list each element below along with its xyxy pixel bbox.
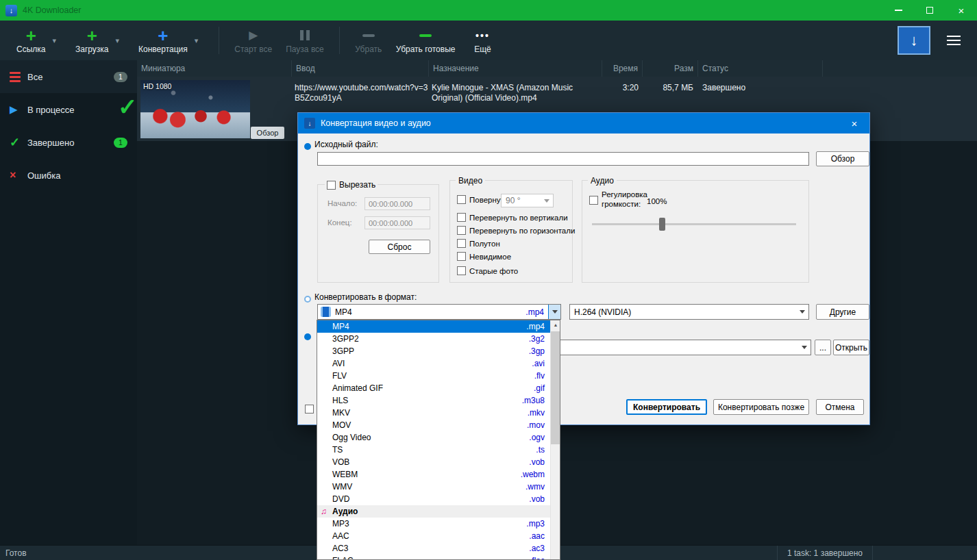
maximize-button[interactable] [914, 0, 945, 21]
dropdown-item-aac[interactable]: AAC.aac [317, 530, 550, 542]
sidebar-item-in-progress[interactable]: ▶ В процессе [0, 93, 137, 126]
browse-button[interactable]: Обзор [816, 151, 869, 166]
dropdown-item-ogg-video[interactable]: Ogg Video.ogv [317, 431, 550, 444]
others-button[interactable]: Другие [816, 304, 869, 320]
more-button[interactable]: ••• Ещё [462, 25, 503, 57]
halftone-checkbox[interactable] [457, 239, 466, 248]
dropdown-item-mkv[interactable]: MKV.mkv [317, 407, 550, 419]
video-thumbnail[interactable]: HD 1080 [140, 80, 250, 138]
start-all-button[interactable]: ▶ Старт все [227, 25, 279, 57]
dropdown-item-wmv[interactable]: WMV.wmv [317, 481, 550, 493]
browse-path-button[interactable]: ... [815, 340, 831, 355]
add-conversion-button[interactable]: + Конвертация [132, 25, 195, 57]
invisible-checkbox[interactable] [457, 252, 466, 261]
volume-slider-thumb[interactable] [659, 218, 665, 231]
completed-count-badge: 1 [114, 138, 127, 148]
start-time-field[interactable]: 00:00:00.000 [364, 197, 430, 210]
dropdown-item-flv[interactable]: FLV.flv [317, 370, 550, 382]
remove-completed-button[interactable]: Убрать готовые [389, 25, 462, 57]
ellipsis-icon: ••• [475, 27, 490, 44]
remove-button[interactable]: Убрать [348, 25, 389, 57]
column-header-size[interactable]: Разм [642, 60, 697, 77]
dropdown-item-dvd[interactable]: DVD.vob [317, 493, 550, 505]
menu-icon[interactable] [947, 36, 961, 45]
dropdown-item-mov[interactable]: MOV.mov [317, 419, 550, 431]
column-header-destination[interactable]: Назначение [428, 60, 602, 77]
duration-value: 3:20 [602, 83, 639, 93]
dialog-titlebar: ↓ Конвертация видео и аудио × [298, 113, 869, 133]
close-button[interactable]: × [945, 0, 977, 21]
chevron-down-icon[interactable]: ▾ [116, 36, 120, 45]
reset-button[interactable]: Сброс [369, 240, 430, 254]
dropdown-scrollbar[interactable]: ▲ [550, 320, 560, 559]
dropdown-item-mp3[interactable]: MP3.mp3 [317, 518, 550, 530]
source-file-input[interactable] [317, 152, 809, 166]
pause-all-button[interactable]: Пауза все [279, 25, 331, 57]
minimize-button[interactable] [882, 0, 914, 21]
format-selected-name: MP4 [335, 307, 352, 317]
dropdown-item-3gpp[interactable]: 3GPP.3gp [317, 345, 550, 357]
old-photo-label: Старые фото [469, 267, 518, 275]
column-header-input[interactable]: Ввод [291, 60, 428, 77]
window-controls: × [882, 0, 977, 21]
convert-later-button[interactable]: Конвертировать позже [713, 399, 809, 415]
download-arrow-icon: ↓ [10, 6, 14, 14]
format-bullet[interactable] [304, 296, 311, 303]
add-download-button[interactable]: + Загрузка [69, 25, 116, 57]
chevron-down-icon[interactable] [548, 305, 560, 319]
dropdown-item-animated-gif[interactable]: Animated GIF.gif [317, 382, 550, 394]
remove-label: Убрать [355, 44, 382, 54]
chevron-down-icon[interactable] [541, 194, 553, 207]
scroll-up-icon[interactable]: ▲ [551, 322, 560, 327]
convert-button[interactable]: Конвертировать [626, 399, 707, 415]
add-link-button[interactable]: + Ссылка [10, 25, 52, 57]
cut-checkbox[interactable] [327, 181, 336, 190]
download-arrow-icon: ↓ [911, 31, 918, 49]
quality-badge: HD 1080 [143, 82, 171, 90]
dropdown-item-vob[interactable]: VOB.vob [317, 456, 550, 468]
codec-select[interactable]: H.264 (NVIDIA) [569, 304, 809, 320]
column-header-status[interactable]: Статус [697, 60, 822, 77]
downloader-app-tile[interactable]: ↓ [898, 26, 930, 55]
dialog-bottom-checkbox[interactable] [305, 405, 314, 413]
dropdown-item-3gpp2[interactable]: 3GPP2.3g2 [317, 333, 550, 345]
column-header-thumbnail[interactable]: Миниатюра [137, 60, 291, 77]
dropdown-item-webm[interactable]: WEBM.webm [317, 468, 550, 481]
dialog-app-icon: ↓ [304, 118, 315, 129]
dropdown-section-header: ♫Аудио [317, 505, 550, 518]
toolbar: + Ссылка ▾ + Загрузка ▾ + Конвертация ▾ … [0, 21, 977, 60]
review-button[interactable]: Обзор [251, 127, 284, 139]
chevron-down-icon[interactable]: ▾ [195, 36, 199, 45]
sidebar-item-all[interactable]: Все 1 [0, 60, 137, 93]
dialog-close-button[interactable]: × [839, 113, 869, 133]
rotate-angle-select[interactable]: 90 ° [501, 194, 554, 207]
sidebar-item-error[interactable]: × Ошибка [0, 159, 137, 192]
volume-checkbox[interactable] [589, 196, 598, 205]
output-bullet[interactable] [304, 333, 311, 340]
chevron-down-icon[interactable]: ▾ [52, 36, 56, 45]
dropdown-item-ac3[interactable]: AC3.ac3 [317, 542, 550, 555]
source-file-bullet[interactable] [304, 143, 311, 150]
cancel-button[interactable]: Отмена [816, 399, 864, 415]
old-photo-checkbox[interactable] [457, 266, 466, 275]
format-select[interactable]: MP4 .mp4 [317, 304, 561, 320]
titlebar: ↓ 4K Downloader × [0, 0, 977, 21]
chevron-down-icon[interactable] [796, 305, 808, 319]
dropdown-item-hls[interactable]: HLS.m3u8 [317, 394, 550, 407]
chevron-down-icon[interactable] [798, 340, 811, 355]
column-header-time[interactable]: Время [602, 60, 642, 77]
rotate-checkbox[interactable] [457, 195, 466, 204]
play-icon: ▶ [10, 103, 27, 116]
dropdown-item-flac[interactable]: FLAC.flac [317, 555, 550, 560]
dropdown-item-ts[interactable]: TS.ts [317, 444, 550, 456]
end-time-field[interactable]: 00:00:00.000 [364, 216, 430, 229]
dropdown-item-mp4[interactable]: MP4.mp4 [317, 320, 550, 333]
dropdown-item-avi[interactable]: AVI.avi [317, 357, 550, 370]
flip-horizontal-checkbox[interactable] [457, 226, 466, 235]
open-button[interactable]: Открыть [833, 340, 869, 355]
sidebar-item-completed[interactable]: ✓ Завершено 1 [0, 126, 137, 159]
flip-vertical-checkbox[interactable] [457, 213, 466, 222]
flip-vertical-label: Перевернуть по вертикали [469, 214, 568, 222]
scrollbar-thumb[interactable] [551, 331, 560, 444]
volume-slider[interactable] [592, 223, 796, 225]
